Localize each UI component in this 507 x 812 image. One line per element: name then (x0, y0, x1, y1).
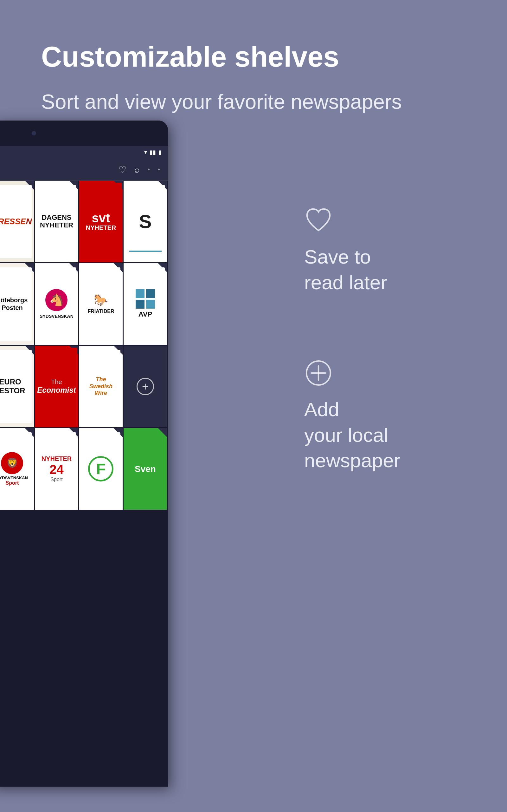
avr-blocks (135, 289, 155, 309)
newspaper-swedish-wire[interactable]: TheSwedishWire (79, 346, 124, 427)
tablet-camera (32, 131, 36, 136)
plus-circle-feature-icon (304, 359, 333, 387)
page-subtitle: Sort and view your favorite newspapers (41, 89, 466, 115)
search-toolbar-icon[interactable]: ⌕ (134, 165, 140, 175)
newspaper-sydsvenskan[interactable]: 🐴 SYDSVENSKAN (35, 263, 79, 345)
dn-card-inner: DAGENSNYHETER (37, 185, 76, 258)
shelf-grid: PRESSEN DAGENSNYHETER svt (0, 181, 168, 511)
ss2-label-bot: Sport (0, 480, 28, 486)
ss2-label: SYDSVENSKAN Sport (0, 475, 28, 486)
sw-card-inner: TheSwedishWire (81, 350, 120, 423)
svt-text-big: svt (92, 212, 110, 224)
pressen-card-inner: PRESSEN (0, 185, 32, 258)
sw-text: TheSwedishWire (89, 376, 112, 397)
fl-card-inner: F (81, 432, 120, 506)
app-toolbar: ♡ ⌕ • • (0, 159, 168, 181)
avr-block-1 (135, 289, 145, 298)
n24-number: 24 (42, 462, 72, 477)
n24-sport-label: Sport (42, 477, 72, 483)
newspaper-nyheter24[interactable]: NYHETER 24 Sport (35, 428, 79, 510)
top-text-section: Customizable shelves Sort and view your … (41, 41, 466, 115)
n24-nyheter-label: NYHETER (42, 455, 72, 462)
newspaper-economist[interactable]: The Economist (35, 346, 79, 427)
battery-icon: ▮ (158, 149, 162, 156)
add-feature-text: Addyour localnewspaper (304, 397, 400, 473)
shelf-row-3: (10) EUROESTOR The Economist (0, 346, 168, 428)
ss2-circle: 🦁 (1, 452, 23, 474)
pressen-text: PRESSEN (0, 217, 32, 226)
newspaper-f-circle[interactable]: F (79, 428, 124, 510)
add-newspaper-button[interactable]: + (124, 346, 168, 427)
ss-label: SYDSVENSKAN (40, 314, 73, 319)
more-icon[interactable]: • (148, 166, 150, 173)
avr-block-4 (146, 300, 155, 309)
svt-text-sub: NYHETER (86, 224, 116, 232)
newspaper-sydsvenskan-sport[interactable]: 🦁 SYDSVENSKAN Sport (0, 428, 35, 510)
shelf-row-2: göteborgsPosten 🐴 SYDSVENSKAN (0, 263, 168, 346)
tablet-top-bar (0, 120, 168, 146)
s-card-inner: S (126, 185, 165, 258)
euro-card-inner: EUROESTOR (0, 350, 32, 423)
n24-card-inner: NYHETER 24 Sport (37, 432, 76, 506)
shelf-row-1: PRESSEN DAGENSNYHETER svt (0, 181, 168, 263)
newspaper-gp[interactable]: göteborgsPosten (0, 263, 35, 345)
sven-text: Sven (135, 464, 156, 474)
newspaper-pressen[interactable]: PRESSEN (0, 181, 35, 262)
dn-text: DAGENSNYHETER (40, 214, 73, 229)
plus-circle-icon: + (136, 378, 154, 395)
n24-text: NYHETER 24 Sport (42, 455, 72, 483)
s-text: S (139, 211, 152, 233)
economist-the-text: The (51, 378, 62, 386)
heart-toolbar-icon[interactable]: ♡ (118, 164, 126, 175)
tablet-frame: ▾ ▮▮ ▮ ♡ ⌕ • • % (0, 120, 168, 786)
economist-main-text: Economist (37, 386, 76, 395)
features-section: Save toread later Addyour localnewspaper (304, 206, 482, 473)
avr-block-3 (135, 300, 145, 309)
heart-feature-icon (304, 206, 333, 235)
ss2-emblem: 🦁 (6, 457, 18, 468)
svt-card-inner: svt NYHETER (80, 183, 121, 260)
newspaper-s-partial[interactable]: S (124, 181, 168, 262)
ss2-card-inner: 🦁 SYDSVENSKAN Sport (0, 432, 32, 506)
newspaper-sven[interactable]: Sven (124, 428, 168, 510)
f-circle-icon: F (88, 456, 113, 481)
gp-text: göteborgsPosten (0, 296, 27, 311)
tablet-device: ▾ ▮▮ ▮ ♡ ⌕ • • % (0, 120, 168, 786)
gp-card-inner: göteborgsPosten (0, 267, 32, 341)
newspaper-avr[interactable]: AVP (124, 263, 168, 345)
ss2-label-top: SYDSVENSKAN (0, 475, 28, 480)
newspaper-friatider[interactable]: 🐎 FriaTider (79, 263, 124, 345)
shelf-row-4: 🦁 SYDSVENSKAN Sport (0, 428, 168, 511)
ss-circle: 🐴 (45, 289, 67, 311)
ft-text: FriaTider (88, 309, 114, 314)
ss-card-inner: 🐴 SYDSVENSKAN (37, 267, 76, 341)
ss-horse-icon: 🐴 (49, 293, 64, 307)
wifi-icon: ▾ (144, 149, 147, 156)
more-icon2[interactable]: • (158, 166, 160, 173)
page-title: Customizable shelves (41, 41, 466, 72)
avr-block-2 (146, 289, 155, 298)
avr-text: AVP (138, 310, 153, 318)
economist-card-inner: The Economist (36, 348, 77, 425)
newspaper-euro[interactable]: EUROESTOR (0, 346, 35, 427)
shelf-area: % PRESSEN DAGENSN (0, 181, 168, 511)
tablet-screen: ▾ ▮▮ ▮ ♡ ⌕ • • % (0, 146, 168, 511)
ft-horse-icon: 🐎 (94, 293, 108, 307)
newspaper-dagens-nyheter[interactable]: DAGENSNYHETER (35, 181, 79, 262)
save-feature-text: Save toread later (304, 244, 387, 295)
ft-card-inner: 🐎 FriaTider (81, 267, 120, 341)
euro-text: EUROESTOR (0, 377, 25, 395)
feature-save: Save toread later (304, 206, 482, 295)
newspaper-svt[interactable]: svt NYHETER (79, 181, 124, 262)
avr-card-inner: AVP (126, 267, 165, 341)
s-line (129, 251, 162, 252)
feature-add: Addyour localnewspaper (304, 359, 482, 473)
status-bar: ▾ ▮▮ ▮ (0, 146, 168, 159)
signal-icon: ▮▮ (150, 149, 156, 156)
